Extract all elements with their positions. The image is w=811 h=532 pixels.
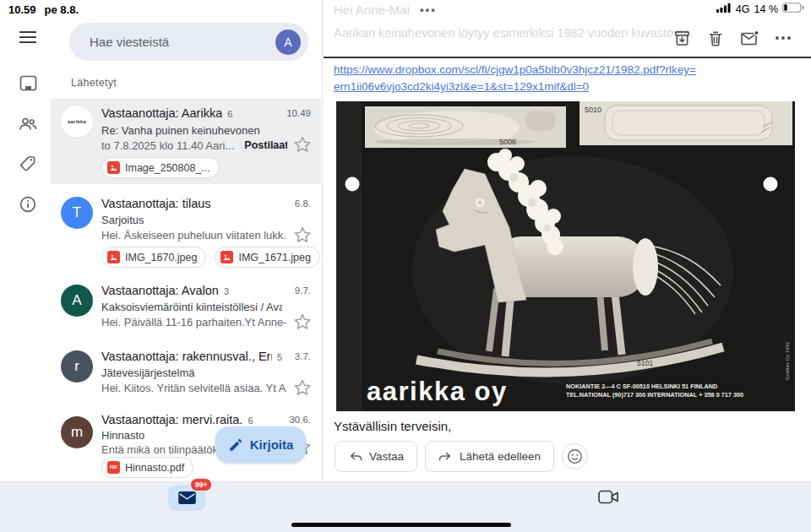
status-bar-left: 10.59 pe 8.8. <box>8 3 79 16</box>
row-subject: Kaksoisviemäröinti kiinteistöllesi / Ava… <box>101 301 282 313</box>
forward-arrow-icon <box>438 450 453 464</box>
archive-button[interactable] <box>665 27 699 49</box>
compose-button[interactable]: Kirjoita <box>215 426 306 463</box>
profile-avatar[interactable]: A <box>275 30 301 55</box>
email-image-catalog[interactable]: 5006 5010 <box>336 101 795 411</box>
punch-hole-right <box>764 177 778 192</box>
pencil-icon <box>228 437 243 453</box>
row-time: 9.7. <box>295 285 311 296</box>
row-time: 6.8. <box>295 198 311 209</box>
gmail-dock-icon[interactable]: 99+ <box>168 485 205 511</box>
row-time: 10.49 <box>286 108 311 118</box>
product-number-left: 5006 <box>499 138 516 146</box>
message-row[interactable]: A Vastaanottaja: Avalon 3 9.7. Kaksoisvi… <box>51 279 321 343</box>
attachment-chip[interactable]: IMG_1671.jpeg <box>215 247 319 268</box>
label-icon[interactable] <box>17 152 39 174</box>
row-snippet: Hei. Äskeiseen puheluun viitaten lukk... <box>101 229 287 242</box>
thread-count: 6 <box>248 415 253 426</box>
image-attachment-icon <box>107 161 120 174</box>
star-icon[interactable] <box>294 136 311 153</box>
trimmed-content-button[interactable]: ••• <box>420 3 437 16</box>
mark-unread-button[interactable] <box>732 27 766 49</box>
sender-avatar: aarikka <box>61 106 93 138</box>
row-subject: Jätevesijärjestelmä <box>101 366 282 379</box>
delete-button[interactable] <box>699 27 732 49</box>
search-input[interactable]: Hae viesteistä <box>90 35 275 49</box>
row-snippet: to 7.8.2025 klo 11.40 Aari... <box>101 139 234 152</box>
status-bar-right: 4G 14 % <box>716 3 804 15</box>
info-icon[interactable] <box>17 193 39 215</box>
email-subject-faded: Aarikan keinuhevonen löytyy esimerkiksi … <box>334 26 694 40</box>
message-row[interactable]: r Vastaanottaja: rakennusval., Erno 5 3.… <box>51 345 321 409</box>
status-date: pe 8.8. <box>45 3 79 16</box>
menu-icon[interactable] <box>17 26 39 48</box>
envelope-icon <box>178 491 196 504</box>
sender-avatar: A <box>61 285 93 317</box>
brand-wordmark: aarikka oy <box>367 377 508 406</box>
search-bar[interactable]: Hae viesteistä A <box>69 23 308 61</box>
row-snippet: Hei. Päivällä 11-16 parhaiten.Yt Anne-..… <box>101 316 287 328</box>
forward-button[interactable]: Lähetä edelleen <box>425 441 554 472</box>
attachment-chip[interactable]: PDFHinnasto.pdf <box>101 457 193 478</box>
row-time: 3.7. <box>295 351 311 361</box>
sender-avatar: m <box>61 416 93 448</box>
attachment-chip[interactable]: Image_250808_... <box>101 157 220 178</box>
signal-icon <box>716 3 732 15</box>
row-snippet: Hei. Kiitos. Yritän selvitellä asiaa. Yt… <box>101 382 287 394</box>
thread-count: 5 <box>277 352 282 362</box>
email-greeting-faded: Hei Anne-Mai ••• <box>334 3 437 17</box>
reply-button[interactable]: Vastaa <box>335 441 417 472</box>
row-title: Vastaanottaja: Avalon <box>101 284 219 297</box>
dock-bar: 99+ <box>0 481 811 532</box>
section-label: Lähetetyt <box>71 77 117 89</box>
address-line-2: TEL.NATIONAL (90)717 300 INTERNATIONAL +… <box>566 391 743 399</box>
message-row[interactable]: aarikka Vastaanottaja: Aarikka 6 10.49 R… <box>51 99 321 184</box>
mailbox-badge: Postilaatikko <box>239 138 287 152</box>
compose-label: Kirjoita <box>250 437 294 452</box>
row-subject: Re: Vanha puinen keinuhevonen <box>101 124 282 137</box>
pdf-attachment-icon: PDF <box>107 461 120 474</box>
row-title: Vastaanottaja: Aarikka <box>101 106 222 120</box>
catalog-photo-left <box>365 106 566 148</box>
closing-text: Ystävällisin terveisin, <box>334 419 451 433</box>
network-label: 4G <box>736 3 750 15</box>
product-number-right: 5010 <box>585 106 601 114</box>
pane-divider <box>322 0 323 481</box>
message-row[interactable]: T Vastaanottaja: tilaus 6.8. Sarjoitus H… <box>51 190 321 274</box>
row-snippet: Entä mikä on tilinpäätöks <box>101 443 224 456</box>
content-divider <box>324 57 811 58</box>
notification-badge: 99+ <box>190 478 212 491</box>
image-attachment-icon <box>220 251 233 263</box>
row-title: Vastaanottaja: mervi.raita. <box>101 413 242 426</box>
meet-dock-icon[interactable] <box>598 489 619 508</box>
print-credit: Grafitex Oy 1982 <box>785 341 790 380</box>
star-icon[interactable] <box>294 379 311 396</box>
emoji-reaction-button[interactable] <box>562 443 588 470</box>
punch-hole-left <box>346 177 360 192</box>
row-time: 30.6. <box>289 415 311 425</box>
gmail-ipad-screen: 10.59 pe 8.8. 4G 14 % Hae viesteistä A L… <box>0 0 811 532</box>
row-subject: Sarjoitus <box>101 214 282 226</box>
star-icon[interactable] <box>294 226 311 243</box>
row-title: Vastaanottaja: tilaus <box>101 197 211 210</box>
sender-avatar: r <box>61 350 93 383</box>
thread-count: 3 <box>224 286 229 296</box>
row-title: Vastaanottaja: rakennusval., Erno <box>101 350 272 363</box>
star-icon[interactable] <box>294 313 311 330</box>
inbox-icon[interactable] <box>17 72 39 94</box>
more-options-button[interactable] <box>766 27 800 49</box>
attachment-chip[interactable]: IMG_1670.jpeg <box>101 247 206 268</box>
email-toolbar <box>665 27 800 49</box>
status-time: 10.59 <box>8 3 36 16</box>
dropbox-link[interactable]: https://www.dropbox.com/scl/fi/cjgw1p0a5… <box>334 62 794 96</box>
sender-avatar: T <box>61 197 93 229</box>
catalog-photo-right <box>580 101 792 145</box>
thread-count: 6 <box>227 109 232 119</box>
product-number-horse: 5101 <box>637 359 653 367</box>
email-actions: Vastaa Lähetä edelleen <box>335 441 588 472</box>
battery-percent: 14 % <box>754 3 779 15</box>
battery-icon <box>782 3 804 15</box>
image-attachment-icon <box>107 251 120 263</box>
contacts-icon[interactable] <box>17 113 39 135</box>
home-indicator[interactable] <box>291 523 511 527</box>
